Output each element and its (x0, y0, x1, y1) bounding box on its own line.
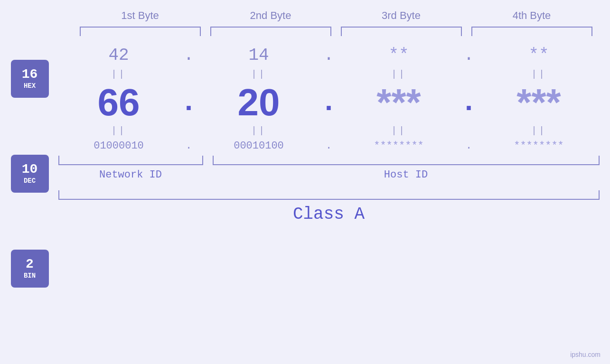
bracket-4 (471, 27, 592, 36)
hex-b2: 14 (198, 46, 319, 65)
bottom-brackets (58, 156, 600, 165)
class-label: Class A (58, 205, 600, 224)
byte1-header: 1st Byte (75, 9, 206, 22)
badge-hex: 16 HEX (11, 60, 49, 98)
dec-dot1: . (179, 88, 198, 117)
hex-dot1: . (179, 46, 198, 65)
badge-dec-label: DEC (24, 177, 36, 185)
bracket-1 (80, 27, 201, 36)
dec-dot3: . (460, 88, 479, 117)
bin-b3: ******** (338, 140, 460, 152)
badge-hex-num: 16 (22, 68, 38, 81)
badge-bin: 2 BIN (11, 250, 49, 288)
badge-dec-num: 10 (22, 163, 38, 176)
host-bracket (213, 156, 600, 165)
byte3-header: 3rd Byte (336, 9, 467, 22)
badges-column: 16 HEX 10 DEC 2 BIN (11, 46, 49, 288)
sep2-b3: || (338, 125, 460, 136)
byte-headers: 1st Byte 2nd Byte 3rd Byte 4th Byte (75, 9, 597, 22)
sep2-b4: || (479, 125, 600, 136)
bin-row: 01000010 . 00010100 . ******** . *******… (58, 140, 600, 152)
main-container: 1st Byte 2nd Byte 3rd Byte 4th Byte 16 H… (0, 0, 610, 364)
badge-dec: 10 DEC (11, 155, 49, 193)
sep1-b3: || (338, 69, 460, 80)
content-area: 16 HEX 10 DEC 2 BIN 42 . 14 . ** . ** (11, 46, 600, 288)
header-brackets (75, 27, 597, 36)
bracket-3 (341, 27, 462, 36)
sep2-b2: || (198, 125, 319, 136)
bin-dot1: . (179, 140, 198, 152)
dec-row: 66 . 20 . *** . *** (58, 84, 600, 121)
hex-row: 42 . 14 . ** . ** (58, 46, 600, 65)
hex-dot2: . (319, 46, 338, 65)
sep1-b2: || (198, 69, 319, 80)
bracket-2 (210, 27, 331, 36)
byte4-header: 4th Byte (467, 9, 597, 22)
sep1-b1: || (58, 69, 179, 80)
hex-dot3: . (460, 46, 479, 65)
hex-b4: ** (479, 46, 600, 65)
badge-hex-label: HEX (24, 82, 36, 90)
dec-b4: *** (479, 84, 600, 121)
sep1-b4: || (479, 69, 600, 80)
sep-row-1: || || || || (58, 69, 600, 80)
network-id-label: Network ID (58, 169, 203, 181)
host-id-label: Host ID (213, 169, 600, 181)
id-labels-row: Network ID Host ID (58, 169, 600, 181)
bin-b2: 00010100 (198, 140, 319, 152)
dec-dot2: . (319, 88, 338, 117)
bin-dot3: . (460, 140, 479, 152)
dec-b3: *** (338, 84, 460, 121)
sep2-b1: || (58, 125, 179, 136)
grid-area: 42 . 14 . ** . ** || || || || 66 (58, 46, 600, 224)
watermark: ipshu.com (570, 351, 601, 358)
hex-b1: 42 (58, 46, 179, 65)
class-bracket (58, 190, 600, 200)
network-bracket (58, 156, 203, 165)
hex-b3: ** (338, 46, 460, 65)
sep-row-2: || || || || (58, 125, 600, 136)
badge-bin-num: 2 (26, 258, 34, 271)
dec-b1: 66 (58, 84, 179, 121)
byte2-header: 2nd Byte (206, 9, 336, 22)
bin-b4: ******** (479, 140, 600, 152)
bin-dot2: . (319, 140, 338, 152)
badge-bin-label: BIN (24, 272, 36, 280)
bin-b1: 01000010 (58, 140, 179, 152)
dec-b2: 20 (198, 84, 319, 121)
